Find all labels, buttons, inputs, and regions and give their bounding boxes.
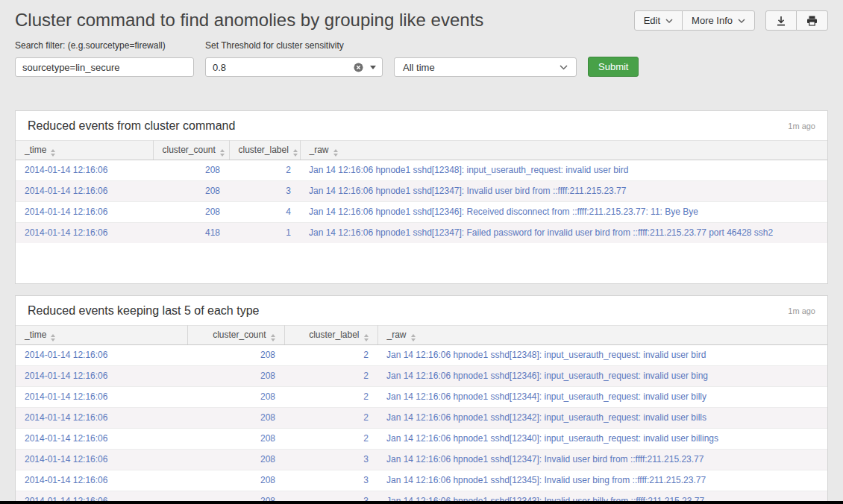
table-cell-cluster_label[interactable]: 4 [229, 202, 300, 223]
column-header-cluster_count[interactable]: cluster_count [187, 326, 284, 345]
table-cell-time[interactable]: 2014-01-14 12:16:06 [16, 429, 187, 450]
column-header-label: cluster_count [163, 145, 216, 155]
table-cell-cluster_count[interactable]: 208 [153, 181, 229, 202]
table-cell-cluster_label[interactable]: 3 [284, 450, 377, 470]
table-cell-raw[interactable]: Jan 14 12:16:06 hpnode1 sshd[12348]: inp… [377, 345, 827, 366]
table-cell-cluster_label[interactable]: 2 [284, 345, 377, 366]
panel-reduced-events-last5: Reduced events keeping last 5 of each ty… [15, 295, 828, 504]
table-cell-cluster_label[interactable]: 1 [229, 223, 300, 244]
more-info-button[interactable]: More Info [682, 10, 755, 31]
table-cell-raw[interactable]: Jan 14 12:16:06 hpnode1 sshd[12342]: inp… [377, 408, 827, 429]
table-cell-time[interactable]: 2014-01-14 12:16:06 [16, 450, 187, 470]
time-range-field: All time [394, 57, 577, 77]
table-cell-cluster_count[interactable]: 208 [187, 366, 284, 387]
column-header-raw[interactable]: _raw [300, 141, 827, 160]
table-cell-cluster_label[interactable]: 3 [284, 470, 377, 491]
column-header-cluster_count[interactable]: cluster_count [153, 141, 229, 160]
column-header-label: cluster_label [309, 330, 359, 340]
table-cell-cluster_count[interactable]: 208 [187, 408, 284, 429]
table-cell-raw[interactable]: Jan 14 12:16:06 hpnode1 sshd[12347]: Fai… [300, 223, 827, 244]
sort-icon [51, 334, 55, 341]
table-row: 2014-01-14 12:16:062083Jan 14 12:16:06 h… [16, 450, 827, 470]
export-print-group [765, 10, 828, 31]
table-cell-raw[interactable]: Jan 14 12:16:06 hpnode1 sshd[12347]: Inv… [300, 181, 827, 202]
filter-form: Search filter: (e.g.sourcetype=firewall)… [15, 40, 828, 77]
table-cell-cluster_count[interactable]: 208 [187, 387, 284, 408]
panel-header: Reduced events keeping last 5 of each ty… [16, 296, 827, 325]
edit-button-label: Edit [644, 15, 660, 26]
table-cell-cluster_count[interactable]: 208 [187, 345, 284, 366]
submit-button[interactable]: Submit [588, 57, 639, 77]
table-row: 2014-01-14 12:16:062082Jan 14 12:16:06 h… [16, 429, 827, 450]
table-cell-time[interactable]: 2014-01-14 12:16:06 [16, 345, 187, 366]
download-button[interactable] [765, 10, 797, 31]
results-table-cluster: _timecluster_countcluster_label_raw2014-… [16, 140, 827, 243]
table-row: 2014-01-14 12:16:062082Jan 14 12:16:06 h… [16, 366, 827, 387]
sort-icon [271, 334, 275, 341]
table-cell-cluster_count[interactable]: 208 [153, 202, 229, 223]
table-row: 2014-01-14 12:16:062082Jan 14 12:16:06 h… [16, 345, 827, 366]
table-cell-cluster_count[interactable]: 418 [153, 223, 229, 244]
time-range-value: All time [403, 62, 435, 73]
table-cell-time[interactable]: 2014-01-14 12:16:06 [16, 223, 153, 244]
table-cell-cluster_label[interactable]: 2 [284, 429, 377, 450]
panel-reduced-events-cluster: Reduced events from cluster command 1m a… [15, 110, 828, 284]
table-cell-raw[interactable]: Jan 14 12:16:06 hpnode1 sshd[12344]: inp… [377, 387, 827, 408]
table-cell-cluster_label[interactable]: 2 [284, 366, 377, 387]
chevron-down-icon [665, 19, 673, 23]
table-cell-cluster_label[interactable]: 2 [284, 408, 377, 429]
table-cell-cluster_label[interactable]: 3 [229, 181, 300, 202]
table-cell-cluster_count[interactable]: 208 [187, 450, 284, 470]
panel-age-badge: 1m ago [788, 122, 815, 130]
column-header-time[interactable]: _time [16, 141, 153, 160]
threshold-field: Set Threshold for cluster sensitivity [205, 40, 383, 77]
search-filter-field: Search filter: (e.g.sourcetype=firewall) [15, 40, 194, 77]
search-filter-input[interactable] [15, 57, 194, 77]
column-header-label: _time [25, 330, 46, 340]
threshold-label: Set Threshold for cluster sensitivity [205, 40, 383, 51]
table-cell-time[interactable]: 2014-01-14 12:16:06 [16, 366, 187, 387]
table-cell-time[interactable]: 2014-01-14 12:16:06 [16, 408, 187, 429]
table-row: 2014-01-14 12:16:062082Jan 14 12:16:06 h… [16, 408, 827, 429]
screen-edge-strip [0, 501, 843, 504]
table-cell-cluster_count[interactable]: 208 [153, 160, 229, 181]
table-cell-time[interactable]: 2014-01-14 12:16:06 [16, 160, 153, 181]
column-header-time[interactable]: _time [16, 326, 187, 345]
print-button[interactable] [796, 10, 828, 31]
table-row: 2014-01-14 12:16:062082Jan 14 12:16:06 h… [16, 387, 827, 408]
table-row: 2014-01-14 12:16:062083Jan 14 12:16:06 h… [16, 470, 827, 491]
edit-button[interactable]: Edit [634, 10, 683, 31]
sort-icon [51, 149, 55, 157]
table-cell-time[interactable]: 2014-01-14 12:16:06 [16, 470, 187, 491]
dashboard-page: Cluster command to find anomolies by gro… [0, 0, 843, 504]
table-cell-raw[interactable]: Jan 14 12:16:06 hpnode1 sshd[12346]: Rec… [300, 202, 827, 223]
column-header-cluster_label[interactable]: cluster_label [284, 326, 377, 345]
table-cell-raw[interactable]: Jan 14 12:16:06 hpnode1 sshd[12340]: inp… [377, 429, 827, 450]
table-cell-cluster_label[interactable]: 2 [284, 387, 377, 408]
table-cell-raw[interactable]: Jan 14 12:16:06 hpnode1 sshd[12348]: inp… [300, 160, 827, 181]
table-cell-raw[interactable]: Jan 14 12:16:06 hpnode1 sshd[12346]: inp… [377, 366, 827, 387]
sort-icon [364, 334, 369, 341]
time-range-picker[interactable]: All time [394, 57, 577, 77]
table-cell-cluster_count[interactable]: 208 [187, 470, 284, 491]
threshold-combobox[interactable] [205, 57, 383, 77]
table-cell-time[interactable]: 2014-01-14 12:16:06 [16, 181, 153, 202]
column-header-cluster_label[interactable]: cluster_label [229, 141, 300, 160]
threshold-input[interactable] [206, 59, 354, 75]
table-cell-raw[interactable]: Jan 14 12:16:06 hpnode1 sshd[12347]: Inv… [377, 450, 827, 470]
table-cell-time[interactable]: 2014-01-14 12:16:06 [16, 202, 153, 223]
table-cell-raw[interactable]: Jan 14 12:16:06 hpnode1 sshd[12345]: Inv… [377, 470, 827, 491]
table-cell-cluster_label[interactable]: 2 [229, 160, 300, 181]
column-header-raw[interactable]: _raw [377, 326, 827, 345]
table-row: 2014-01-14 12:16:062084Jan 14 12:16:06 h… [16, 202, 827, 223]
table-row: 2014-01-14 12:16:062082Jan 14 12:16:06 h… [16, 160, 827, 181]
caret-down-icon[interactable] [370, 66, 376, 69]
page-title: Cluster command to find anomolies by gro… [15, 10, 483, 31]
column-header-label: cluster_count [213, 330, 266, 340]
clear-x-circle-icon[interactable] [354, 63, 363, 72]
column-header-label: _raw [310, 145, 329, 155]
chevron-down-icon [738, 19, 745, 23]
table-row: 2014-01-14 12:16:062083Jan 14 12:16:06 h… [16, 181, 827, 202]
table-cell-time[interactable]: 2014-01-14 12:16:06 [16, 387, 187, 408]
table-cell-cluster_count[interactable]: 208 [187, 429, 284, 450]
